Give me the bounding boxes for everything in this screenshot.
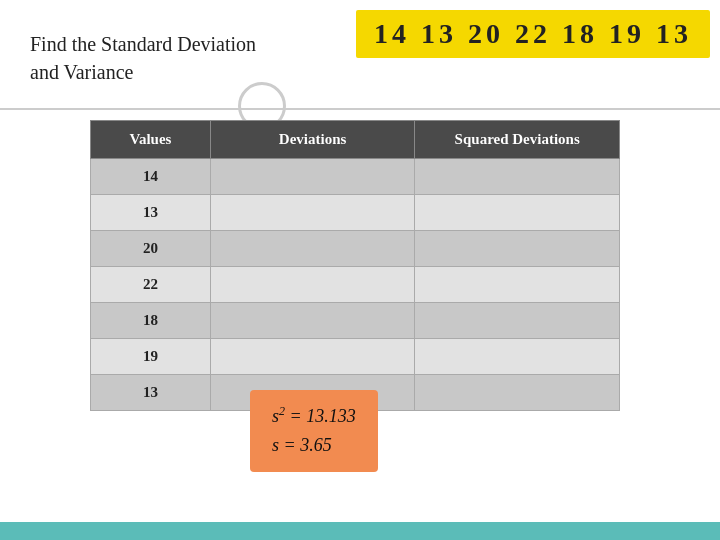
table-row: 14 <box>91 159 620 195</box>
table-header-row: Values Deviations Squared Deviations <box>91 121 620 159</box>
table-row: 13 <box>91 195 620 231</box>
page-title: Find the Standard Deviation and Variance <box>30 30 256 86</box>
cell-squared-deviation <box>415 231 620 267</box>
cell-deviation <box>210 231 415 267</box>
cell-squared-deviation <box>415 159 620 195</box>
col-header-values: Values <box>91 121 211 159</box>
cell-value: 18 <box>91 303 211 339</box>
sd-formula: s = 3.65 <box>272 431 356 460</box>
table-row: 19 <box>91 339 620 375</box>
cell-value: 13 <box>91 375 211 411</box>
deviations-table: Values Deviations Squared Deviations 141… <box>90 120 620 411</box>
bottom-bar <box>0 522 720 540</box>
cell-value: 22 <box>91 267 211 303</box>
cell-value: 19 <box>91 339 211 375</box>
cell-value: 13 <box>91 195 211 231</box>
table-row: 22 <box>91 267 620 303</box>
cell-deviation <box>210 195 415 231</box>
title-line1: Find the Standard Deviation <box>30 30 256 58</box>
col-header-deviations: Deviations <box>210 121 415 159</box>
divider <box>0 108 720 110</box>
data-table-container: Values Deviations Squared Deviations 141… <box>90 120 620 411</box>
cell-deviation <box>210 159 415 195</box>
cell-deviation <box>210 267 415 303</box>
variance-formula: s2 = 13.133 <box>272 402 356 431</box>
cell-squared-deviation <box>415 303 620 339</box>
title-line2: and Variance <box>30 58 256 86</box>
numbers-banner: 14 13 20 22 18 19 13 <box>356 10 710 58</box>
cell-squared-deviation <box>415 195 620 231</box>
cell-value: 20 <box>91 231 211 267</box>
cell-deviation <box>210 303 415 339</box>
formula-box: s2 = 13.133 s = 3.65 <box>250 390 378 472</box>
cell-value: 14 <box>91 159 211 195</box>
cell-squared-deviation <box>415 339 620 375</box>
cell-squared-deviation <box>415 375 620 411</box>
col-header-squared: Squared Deviations <box>415 121 620 159</box>
table-row: 18 <box>91 303 620 339</box>
cell-squared-deviation <box>415 267 620 303</box>
cell-deviation <box>210 339 415 375</box>
table-row: 20 <box>91 231 620 267</box>
